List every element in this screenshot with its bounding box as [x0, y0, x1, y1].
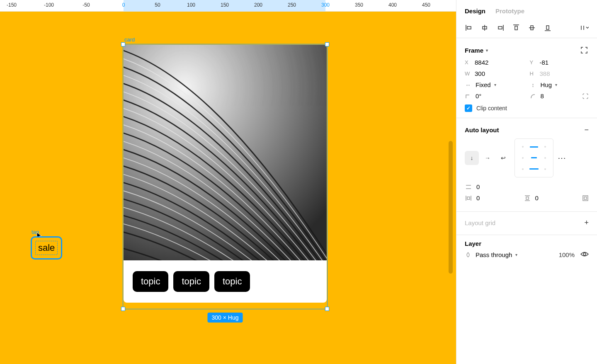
direction-horizontal-icon[interactable]: → — [481, 151, 495, 165]
direction-wrap-icon[interactable]: ↩ — [496, 151, 510, 165]
svg-rect-6 — [498, 27, 502, 29]
add-layout-grid-icon[interactable]: + — [584, 218, 589, 227]
resize-handle-bottom-left[interactable] — [121, 307, 125, 311]
height-input[interactable]: 388 — [540, 70, 550, 77]
tag-pill[interactable]: topic — [133, 271, 168, 292]
svg-rect-22 — [526, 197, 529, 199]
resize-handle-bottom-right[interactable] — [325, 307, 329, 311]
ruler-tick: 350 — [355, 2, 363, 8]
frame-section: Frame ▾ X8842 Y-81 W300 H388 ↔Fixed ▾ ↕H… — [456, 38, 597, 118]
dimension-badge: 300 × Hug — [208, 313, 243, 323]
horizontal-ruler[interactable]: -150-100-50050100150200250300350400450 — [0, 0, 456, 12]
properties-panel: Design Prototype Frame ▾ X8842 Y-81 W300 — [456, 0, 597, 364]
visibility-icon[interactable] — [580, 250, 589, 259]
h-label: H — [530, 70, 536, 77]
rotation-input[interactable]: 0° — [476, 92, 481, 99]
tag-pill[interactable]: topic — [173, 271, 209, 292]
clip-content-checkbox[interactable]: ✓ — [465, 104, 472, 112]
svg-rect-2 — [467, 27, 471, 29]
frame-section-title[interactable]: Frame ▾ — [465, 47, 488, 54]
card-frame[interactable]: topic topic topic — [124, 45, 327, 303]
ruler-tick: 300 — [321, 2, 330, 8]
y-input[interactable]: -81 — [540, 59, 549, 66]
card-image[interactable] — [124, 45, 327, 260]
align-hcenter-icon[interactable] — [481, 24, 489, 32]
auto-layout-section: Auto layout − ↓ → ↩ ⋯ 0 — [456, 118, 597, 212]
tag-text[interactable]: sale — [35, 241, 58, 255]
svg-rect-8 — [515, 26, 517, 30]
width-input[interactable]: 300 — [475, 70, 485, 77]
horizontal-resize-icon: ↔ — [465, 82, 471, 88]
tab-prototype[interactable]: Prototype — [495, 7, 524, 15]
panel-tabs: Design Prototype — [456, 0, 597, 20]
layer-title: Layer — [465, 240, 589, 247]
ruler-tick: 150 — [221, 2, 229, 8]
gap-icon — [465, 184, 472, 190]
opacity-input[interactable]: 100% — [559, 251, 575, 258]
svg-rect-12 — [546, 26, 549, 29]
alignment-controls — [456, 20, 597, 38]
padding-v-icon — [524, 195, 531, 201]
remove-auto-layout-icon[interactable]: − — [584, 126, 589, 134]
chevron-down-icon: ▾ — [486, 48, 488, 53]
vertical-resize-icon: ↕ — [530, 82, 536, 88]
auto-layout-direction: ↓ → ↩ — [465, 151, 510, 165]
layer-section: Layer Pass through ▾ 100% — [456, 235, 597, 265]
w-label: W — [465, 70, 471, 77]
svg-point-25 — [583, 253, 586, 255]
ruler-tick: 250 — [288, 2, 296, 8]
svg-rect-23 — [583, 196, 588, 201]
ruler-tick: 0 — [122, 2, 125, 8]
independent-corners-icon[interactable] — [582, 93, 589, 99]
padding-v-input[interactable]: 0 — [535, 194, 539, 201]
ruler-tick: -100 — [44, 2, 54, 8]
ruler-tick: 100 — [187, 2, 195, 8]
align-right-icon[interactable] — [496, 24, 505, 32]
auto-layout-more-icon[interactable]: ⋯ — [558, 153, 567, 163]
padding-h-input[interactable]: 0 — [476, 194, 480, 201]
ruler-tick: 400 — [388, 2, 397, 8]
corner-radius-icon — [530, 93, 536, 99]
x-input[interactable]: 8842 — [475, 59, 488, 66]
tag-component-frame[interactable]: sale — [31, 236, 62, 260]
x-label: X — [465, 59, 471, 66]
ruler-tick: 50 — [155, 2, 160, 8]
svg-rect-19 — [467, 197, 470, 199]
ruler-tick: 200 — [254, 2, 262, 8]
tag-pill[interactable]: topic — [214, 271, 250, 292]
layout-grid-section: Layout grid + — [456, 212, 597, 235]
horizontal-resize-select[interactable]: Fixed ▾ — [476, 81, 496, 88]
ruler-tick: 450 — [422, 2, 430, 8]
vertical-resize-select[interactable]: Hug ▾ — [541, 81, 558, 88]
distribute-dropdown-icon[interactable] — [580, 24, 589, 32]
align-bottom-icon[interactable] — [544, 24, 552, 32]
clip-content-label: Clip content — [476, 105, 507, 112]
align-vcenter-icon[interactable] — [528, 24, 536, 32]
ruler-tick: -150 — [7, 2, 17, 8]
ruler-tick: -50 — [83, 2, 90, 8]
radius-input[interactable]: 8 — [541, 92, 544, 99]
vertical-scrollbar[interactable] — [449, 141, 453, 274]
svg-rect-24 — [584, 197, 587, 199]
blend-mode-icon — [465, 252, 471, 258]
tags-row: topic topic topic — [124, 260, 327, 303]
card-frame-label[interactable]: card — [124, 36, 135, 43]
blend-mode-select[interactable]: Pass through ▾ — [476, 251, 517, 258]
independent-padding-icon[interactable] — [582, 195, 589, 201]
align-top-icon[interactable] — [512, 24, 520, 32]
direction-vertical-icon[interactable]: ↓ — [465, 151, 479, 165]
svg-rect-0 — [124, 45, 327, 260]
tab-design[interactable]: Design — [465, 7, 485, 15]
rotation-icon — [465, 93, 471, 99]
padding-h-icon — [465, 195, 472, 201]
canvas[interactable]: -150-100-50050100150200250300350400450 c… — [0, 0, 456, 364]
layout-grid-title: Layout grid — [465, 219, 495, 226]
resize-to-fit-icon[interactable] — [580, 46, 589, 55]
auto-layout-title: Auto layout — [465, 126, 499, 133]
alignment-box[interactable] — [514, 138, 553, 177]
align-left-icon[interactable] — [465, 24, 473, 32]
gap-input[interactable]: 0 — [476, 183, 480, 190]
y-label: Y — [530, 59, 536, 66]
